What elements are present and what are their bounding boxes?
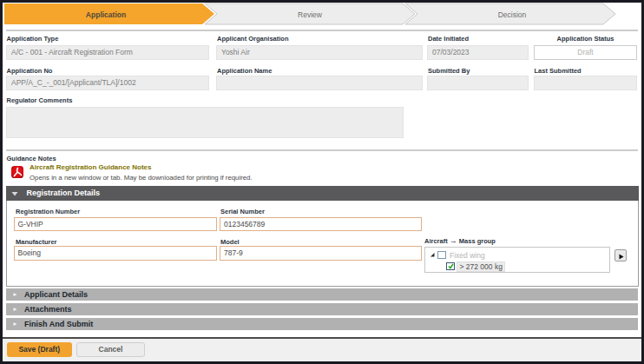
svg-text:Decision: Decision xyxy=(498,10,527,19)
svg-text:Application: Application xyxy=(86,10,126,19)
svg-text:Review: Review xyxy=(298,10,323,19)
